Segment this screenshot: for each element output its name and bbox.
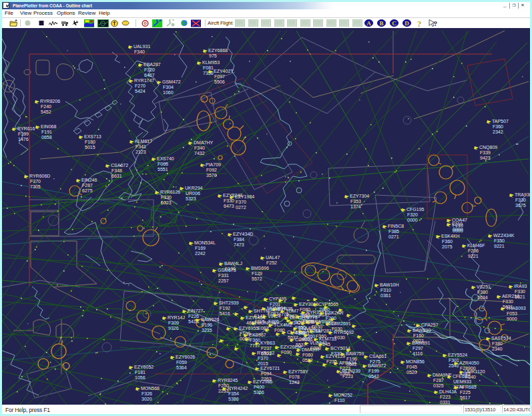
svg-text:?: ? bbox=[434, 20, 437, 27]
svg-text:F2100000: F2100000 bbox=[452, 222, 463, 232]
svg-text:B: B bbox=[379, 20, 383, 27]
svg-text:A: A bbox=[366, 20, 371, 27]
svg-text:C: C bbox=[392, 20, 396, 27]
svg-text:CPA257: CPA257 bbox=[421, 323, 439, 327]
svg-text:D: D bbox=[405, 20, 409, 27]
svg-text:?: ? bbox=[417, 19, 422, 29]
